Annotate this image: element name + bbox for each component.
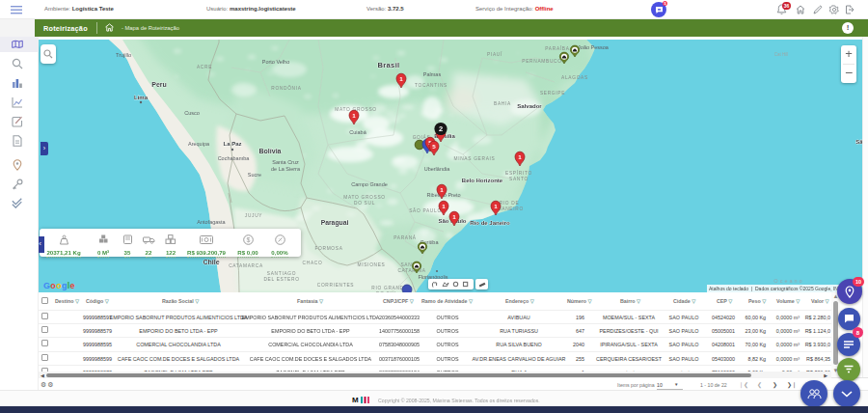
svg-text:Rio de Janeiro: Rio de Janeiro (470, 220, 510, 226)
svg-text:Arequipa: Arequipa (188, 141, 210, 147)
svg-text:CHACO: CHACO (303, 261, 323, 265)
svg-text:SERGIPE: SERGIPE (540, 91, 565, 96)
svg-text:La Paz: La Paz (223, 141, 241, 147)
svg-text:Trujillo: Trujillo (116, 52, 131, 58)
svg-text:Cusco: Cusco (184, 110, 200, 116)
svg-text:SÃO PAULO: SÃO PAULO (409, 207, 442, 213)
svg-text:CORRIENTES: CORRIENTES (317, 283, 354, 288)
svg-text:Bolívia: Bolívia (259, 148, 282, 154)
svg-text:Santa Cruz: Santa Cruz (272, 159, 299, 165)
svg-text:1: 1 (352, 112, 356, 119)
svg-text:PIAUÍ: PIAUÍ (487, 51, 502, 57)
svg-text:1: 1 (518, 153, 522, 160)
svg-text:Campo Grande: Campo Grande (351, 181, 388, 187)
svg-text:MISIONES: MISIONES (357, 262, 385, 267)
svg-text:JUJUY: JUJUY (245, 213, 263, 218)
svg-text:BAHIA: BAHIA (494, 101, 511, 106)
svg-text:DEL ESTERO: DEL ESTERO (263, 277, 299, 282)
svg-text:DO SUL: DO SUL (354, 201, 375, 206)
svg-text:ACRE: ACRE (197, 65, 212, 69)
svg-text:5: 5 (432, 143, 436, 150)
svg-text:Lima: Lima (134, 95, 149, 100)
svg-text:RIO DE: RIO DE (500, 201, 520, 206)
svg-text:ESPÍRITO: ESPÍRITO (505, 170, 532, 176)
svg-text:Cochabamba: Cochabamba (218, 155, 251, 161)
svg-text:PARANÁ: PARANÁ (393, 234, 417, 240)
svg-text:CATARINA: CATARINA (397, 268, 425, 273)
svg-text:1: 1 (440, 186, 444, 193)
svg-text:PARAÍBA: PARAÍBA (545, 45, 569, 51)
svg-text:Uberlândia: Uberlândia (424, 166, 451, 172)
svg-text:1: 1 (452, 213, 456, 220)
svg-text:TOCANTINS: TOCANTINS (415, 83, 448, 88)
svg-text:RONDÔNIA: RONDÔNIA (271, 85, 302, 91)
svg-text:Sucre: Sucre (248, 172, 261, 178)
svg-text:Oceano: Oceano (773, 278, 803, 284)
svg-text:1: 1 (442, 203, 446, 209)
svg-text:Peru: Peru (151, 81, 167, 88)
svg-text:Sã: Sã (855, 139, 862, 145)
svg-text:ALAGOAS: ALAGOAS (561, 75, 588, 80)
svg-text:Brasil: Brasil (378, 61, 400, 69)
svg-text:MATO GROSSO: MATO GROSSO (343, 195, 386, 200)
svg-text:Porto Velho: Porto Velho (262, 59, 289, 65)
svg-text:SANTO: SANTO (509, 177, 529, 181)
svg-text:CATAMARCA: CATAMARCA (229, 263, 263, 268)
svg-text:Antofagasta: Antofagasta (197, 219, 226, 225)
svg-text:Paraguai: Paraguai (321, 219, 349, 227)
svg-text:Cuiabá: Cuiabá (349, 129, 366, 135)
svg-text:JANEIRO: JANEIRO (499, 206, 524, 211)
svg-text:Palmas: Palmas (423, 71, 442, 77)
svg-text:de La Sierra: de La Sierra (271, 166, 301, 172)
svg-text:PERNAMBUCO: PERNAMBUCO (522, 59, 561, 64)
svg-text:João Pessoa: João Pessoa (578, 44, 610, 50)
svg-text:1: 1 (494, 203, 498, 209)
svg-text:Belo Horizonte: Belo Horizonte (462, 178, 503, 183)
svg-text:FORMOSA: FORMOSA (314, 246, 342, 251)
svg-text:2: 2 (439, 124, 443, 133)
svg-text:Salvador: Salvador (517, 103, 542, 109)
svg-text:$: $ (246, 236, 250, 243)
svg-text:MINAS GERAIS: MINAS GERAIS (453, 156, 495, 161)
svg-text:SANTIAGO: SANTIAGO (267, 271, 296, 276)
svg-text:1: 1 (399, 75, 403, 82)
svg-text:Cat Hill: Cat Hill (774, 52, 789, 57)
svg-text:Chile: Chile (203, 259, 219, 265)
